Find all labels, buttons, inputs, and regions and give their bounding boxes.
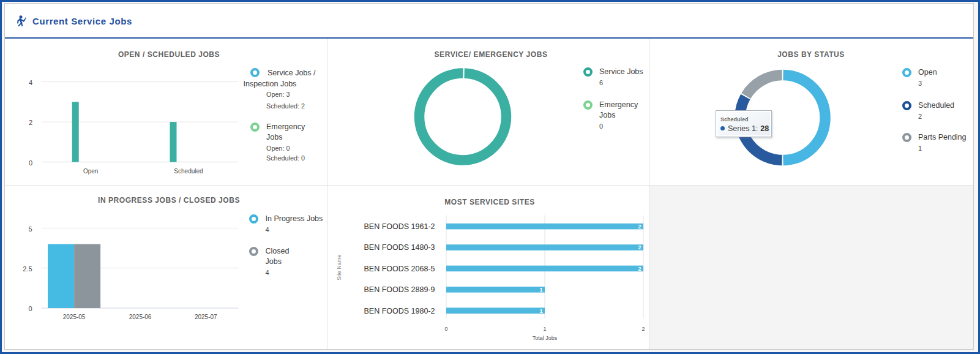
empty-panel [649,186,973,349]
person-walking-icon [17,15,26,26]
legend-label-line: Service Jobs [599,67,643,77]
legend-label-line: Closed [266,246,290,257]
dashboard-page: Current Service Jobs OPEN / SCHEDULED JO… [0,0,980,354]
legend-label-line: Jobs [266,132,305,143]
legend-ring-icon [583,67,593,77]
legend-item-service-jobs-inspection-jobs[interactable]: Service Jobs /Inspection JobsOpen: 3Sche… [244,68,324,111]
panel-title-jobs-by-status: JOBS BY STATUS [777,50,845,59]
legend-label-line: Open: 0 [266,143,305,153]
legend-label-line: Parts Pending [918,132,967,143]
tooltip-series-value: 28 [760,124,769,133]
panel-title-in-progress-closed: IN PROGRESS JOBS / CLOSED JOBS [98,196,240,205]
dashboard-header: Current Service Jobs [5,4,973,37]
legend-item-scheduled[interactable]: Scheduled2 [902,100,955,122]
legend-ring-icon [250,68,260,77]
legend-label-line: 0 [599,121,638,132]
legend-label-line: 6 [599,78,643,88]
legend-label-line: Jobs [599,110,638,121]
legend-ring-icon [902,133,911,142]
legend-ring-icon [902,68,911,77]
legend-label-line: Scheduled: 0 [266,153,305,163]
legend-label-line: Open [918,67,937,78]
legend-label-line: Open: 3 [266,89,324,100]
panel-title-open-scheduled: OPEN / SCHEDULED JOBS [118,50,220,59]
legend-label-line: In Progress Jobs [266,214,323,224]
legend-label-line: Service Jobs / [267,69,316,77]
legend-label-line: 3 [918,78,937,89]
tooltip-row: Series 1: 28 [720,124,771,133]
legend-label-line: 4 [266,268,290,278]
legend-item-open[interactable]: Open3 [902,67,937,89]
legend-label-line: Jobs [266,257,290,267]
panel-title-service-emergency: SERVICE/ EMERGENCY JOBS [435,50,548,59]
legend-ring-icon [249,247,258,256]
legend-item-emergency-jobs[interactable]: EmergencyJobsOpen: 0Scheduled: 0 [250,122,305,164]
legend-label-line: 1 [918,143,967,154]
legend-ring-icon [249,214,258,224]
legend-label-line: Inspection Jobs [244,80,297,88]
legend-item-in-progress-jobs[interactable]: In Progress Jobs4 [249,214,323,235]
legend-item-closed-jobs[interactable]: ClosedJobs4 [249,246,289,278]
legend-label-line: 2 [918,111,954,122]
tooltip-title: Scheduled [720,116,771,122]
chart-tooltip: Scheduled Series 1: 28 [716,110,772,137]
legend-item-service-jobs[interactable]: Service Jobs6 [583,67,643,88]
legend-label-line: Emergency [599,100,638,110]
tooltip-bullet-icon [720,126,725,130]
legend-label-line: Emergency [266,122,305,132]
header-divider [5,37,973,39]
legend-ring-icon [583,100,593,110]
column-divider [327,39,327,349]
legend-ring-icon [902,101,911,110]
legend-item-emergency-jobs[interactable]: EmergencyJobs0 [583,100,638,132]
legend-label-line: 4 [266,225,323,235]
tooltip-series-label: Series 1: [728,124,758,133]
page-title: Current Service Jobs [32,16,132,26]
legend-ring-icon [250,122,260,132]
legend-label-line: Scheduled [918,100,954,111]
panel-title-most-serviced: MOST SERVICED SITES [444,198,535,206]
legend-label-line: Scheduled: 2 [266,100,324,111]
legend-item-parts-pending[interactable]: Parts Pending1 [902,132,967,154]
